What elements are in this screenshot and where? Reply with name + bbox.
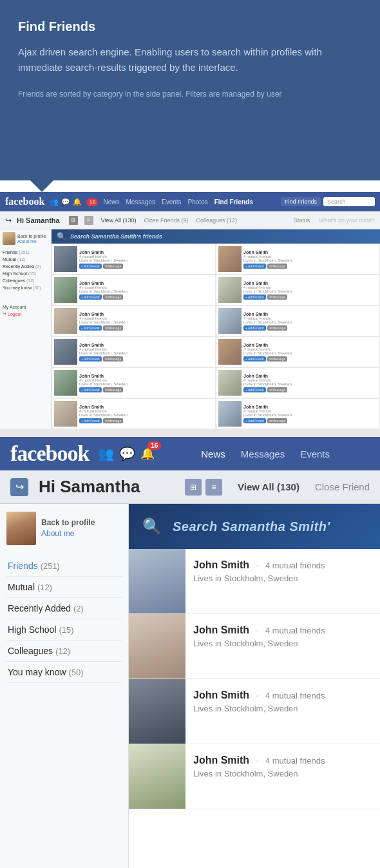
mini-add-friend-btn[interactable]: + Add Friend bbox=[79, 356, 102, 362]
mini-friend-card: John Smith 4 mutual friends Lives in Sto… bbox=[52, 305, 216, 336]
mini-add-friend-btn[interactable]: + Add Friend bbox=[79, 418, 102, 423]
large-mutual-count: (12) bbox=[37, 583, 52, 592]
mini-sidebar-item-friends[interactable]: Friends (251) bbox=[3, 249, 48, 256]
mini-message-btn[interactable]: ✉ Message bbox=[267, 325, 288, 331]
mini-add-friend-btn[interactable]: + Add Friend bbox=[79, 294, 102, 300]
mini-add-friend-btn[interactable]: + Add Friend bbox=[243, 264, 266, 269]
mini-find-friends-btn[interactable]: Find Friends bbox=[281, 197, 321, 206]
mini-about-link[interactable]: About me bbox=[17, 239, 46, 244]
large-nav-events[interactable]: Events bbox=[300, 448, 330, 459]
mini-back-to-profile[interactable]: Back to profile bbox=[17, 233, 46, 239]
large-friend-mutual: 4 mutual friends bbox=[265, 691, 325, 700]
mini-colleagues-label[interactable]: Colleagues (12) bbox=[196, 217, 238, 224]
mini-message-btn[interactable]: ✉ Message bbox=[267, 294, 288, 300]
mini-friend-name: John Smith bbox=[79, 281, 213, 285]
large-notif-icon[interactable]: 🔔 16 bbox=[140, 447, 155, 461]
mini-message-btn[interactable]: ✉ Message bbox=[267, 418, 288, 423]
large-sidebar-item-mutual[interactable]: Mutual (12) bbox=[6, 577, 122, 598]
mini-add-friend-btn[interactable]: + Add Friend bbox=[79, 387, 102, 392]
mini-friend-card: John Smith 4 mutual friends Lives in Sto… bbox=[52, 275, 216, 305]
mini-sidebar-item-colleagues[interactable]: Colleagues (12) bbox=[3, 277, 48, 284]
large-nav-messages[interactable]: Messages bbox=[241, 448, 285, 459]
large-friend-separator: · bbox=[256, 690, 259, 700]
mini-search-friends-label: Search Samantha Smith's friends bbox=[70, 233, 162, 240]
mini-add-friend-btn[interactable]: + Add Friend bbox=[243, 325, 266, 331]
mini-add-friend-btn[interactable]: + Add Friend bbox=[79, 264, 102, 269]
mini-sidebar-item-recently[interactable]: Recently Added (2) bbox=[3, 263, 48, 270]
mini-sub-navbar: ↪ Hi Samantha ⊞ ≡ View All (130) Close F… bbox=[0, 211, 380, 229]
large-friend-item: John Smith · 4 mutual friends Lives in S… bbox=[129, 614, 380, 679]
large-sidebar-item-highschool[interactable]: High School (15) bbox=[6, 619, 122, 641]
large-highschool-count: (15) bbox=[59, 625, 73, 635]
large-main-content: 🔍 Search Samantha Smith' John Smith · 4 … bbox=[129, 504, 380, 868]
mini-friend-photo-2 bbox=[218, 246, 242, 272]
mini-add-friend-btn[interactable]: + Add Friend bbox=[243, 418, 266, 423]
large-friend-separator: · bbox=[256, 755, 259, 766]
mini-add-friend-btn[interactable]: + Add Friend bbox=[243, 294, 266, 300]
mini-view-all-label[interactable]: View All (130) bbox=[101, 217, 137, 224]
large-search-icon-wrap: 🔍 bbox=[140, 515, 164, 538]
mini-friend-card: John Smith 4 mutual friends Lives in Sto… bbox=[216, 336, 380, 367]
mini-friend-card: John Smith 4 mutual friends Lives in Sto… bbox=[52, 367, 216, 398]
mini-message-btn[interactable]: ✉ Message bbox=[103, 325, 124, 331]
large-view-icons: ⊞ ≡ bbox=[185, 479, 222, 496]
mini-sidebar-item-mutual[interactable]: Mutual (12) bbox=[3, 256, 48, 263]
mini-sidebar-item-maybeyouknow[interactable]: You may know (50) bbox=[3, 284, 48, 291]
large-grid-view-button[interactable]: ⊞ bbox=[185, 479, 202, 496]
large-friend-item: John Smith · 4 mutual friends Lives in S… bbox=[129, 744, 380, 809]
mini-search-input[interactable]: Search bbox=[323, 197, 375, 206]
large-close-friends-label[interactable]: Close Friend bbox=[315, 481, 370, 492]
mini-friend-loc: Lives in Stockholm, Sweden bbox=[243, 289, 377, 293]
large-sidebar-item-maybeyouknow[interactable]: You may know (50) bbox=[6, 662, 122, 683]
mini-friend-photo-3 bbox=[54, 277, 77, 303]
large-nav-news[interactable]: News bbox=[201, 448, 225, 459]
large-back-to-profile[interactable]: Back to profile bbox=[41, 518, 95, 527]
mini-whats-on-mind: What's on your mind? bbox=[319, 217, 375, 224]
mini-logout-link[interactable]: ↪ Logout bbox=[3, 311, 48, 316]
mini-friend-card: John Smith 4 mutual friends Lives in Sto… bbox=[216, 367, 380, 398]
large-body: Back to profile About me Friends (251) M… bbox=[0, 504, 380, 868]
large-sidebar-item-recently[interactable]: Recently Added (2) bbox=[6, 598, 122, 619]
large-friend-location: Lives in Stockholm, Sweden bbox=[193, 574, 372, 583]
large-colleagues-count: (12) bbox=[55, 646, 70, 656]
large-fb-logo: facebook bbox=[10, 441, 89, 466]
large-friend-mutual: 4 mutual friends bbox=[265, 626, 325, 635]
large-friend-separator: · bbox=[256, 560, 259, 570]
mini-sidebar: Back to profile About me Friends (251) M… bbox=[0, 229, 52, 429]
mini-message-btn[interactable]: ✉ Message bbox=[103, 418, 124, 423]
large-sidebar-item-friends[interactable]: Friends (251) bbox=[6, 555, 122, 577]
large-friend-mutual: 4 mutual friends bbox=[265, 561, 325, 570]
mini-add-friend-btn[interactable]: + Add Friend bbox=[243, 387, 266, 392]
info-title: Find Friends bbox=[18, 19, 362, 34]
mini-login-icon: ↪ bbox=[5, 216, 12, 225]
mini-message-btn[interactable]: ✉ Message bbox=[103, 387, 124, 392]
mini-list-view-icon[interactable]: ≡ bbox=[84, 216, 93, 225]
mini-message-btn[interactable]: ✉ Message bbox=[267, 387, 288, 392]
mini-friends-grid: John Smith 4 mutual friends Lives in Sto… bbox=[52, 244, 380, 429]
large-list-view-button[interactable]: ≡ bbox=[205, 479, 222, 496]
large-recently-count: (2) bbox=[73, 604, 84, 613]
mini-message-btn[interactable]: ✉ Message bbox=[267, 264, 288, 269]
mini-friend-name: John Smith bbox=[243, 250, 377, 255]
mini-friend-info: John Smith 4 mutual friends Lives in Sto… bbox=[243, 281, 377, 300]
mini-add-friend-btn[interactable]: + Add Friend bbox=[79, 325, 102, 331]
mini-friend-card: John Smith 4 mutual friends Lives in Sto… bbox=[216, 305, 380, 336]
large-friend-item: John Smith · 4 mutual friends Lives in S… bbox=[129, 679, 380, 744]
mini-fb-logo: facebook bbox=[5, 196, 44, 207]
mini-message-btn[interactable]: ✉ Message bbox=[103, 264, 124, 269]
mini-grid-view-icon[interactable]: ⊞ bbox=[69, 216, 78, 225]
large-chat-icon[interactable]: 💬 bbox=[119, 446, 135, 461]
large-people-icon[interactable]: 👥 bbox=[98, 446, 114, 461]
info-section: Find Friends Ajax driven search engine. … bbox=[0, 0, 380, 180]
large-view-all-label[interactable]: View All (130) bbox=[238, 481, 299, 492]
large-sidebar-item-colleagues[interactable]: Colleagues (12) bbox=[6, 641, 122, 662]
mini-message-btn[interactable]: ✉ Message bbox=[103, 356, 124, 362]
mini-message-btn[interactable]: ✉ Message bbox=[103, 294, 124, 300]
large-about-link[interactable]: About me bbox=[41, 529, 74, 538]
mini-sidebar-item-highschool[interactable]: High School (15) bbox=[3, 270, 48, 277]
large-friend-info: John Smith · 4 mutual friends Lives in S… bbox=[185, 744, 380, 809]
mini-message-btn[interactable]: ✉ Message bbox=[267, 356, 288, 362]
mini-add-friend-btn[interactable]: + Add Friend bbox=[243, 356, 266, 362]
mini-close-friends-label[interactable]: Close Friends (9) bbox=[144, 217, 189, 224]
mini-chat-icon: 💬 bbox=[61, 198, 70, 206]
